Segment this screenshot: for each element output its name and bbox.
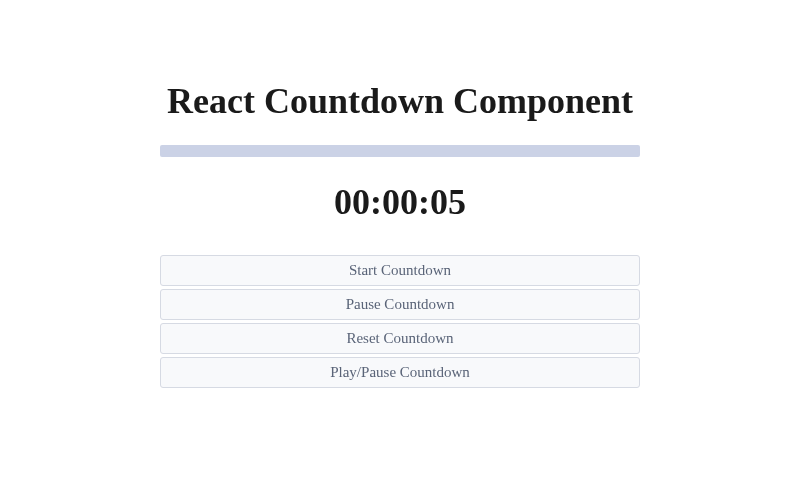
start-button[interactable]: Start Countdown: [160, 255, 640, 286]
countdown-display: 00:00:05: [334, 181, 466, 223]
reset-button[interactable]: Reset Countdown: [160, 323, 640, 354]
button-group: Start Countdown Pause Countdown Reset Co…: [160, 255, 640, 388]
pause-button[interactable]: Pause Countdown: [160, 289, 640, 320]
page-title: React Countdown Component: [167, 80, 633, 123]
countdown-container: React Countdown Component 00:00:05 Start…: [160, 80, 640, 388]
toggle-button[interactable]: Play/Pause Countdown: [160, 357, 640, 388]
progress-bar: [160, 145, 640, 157]
